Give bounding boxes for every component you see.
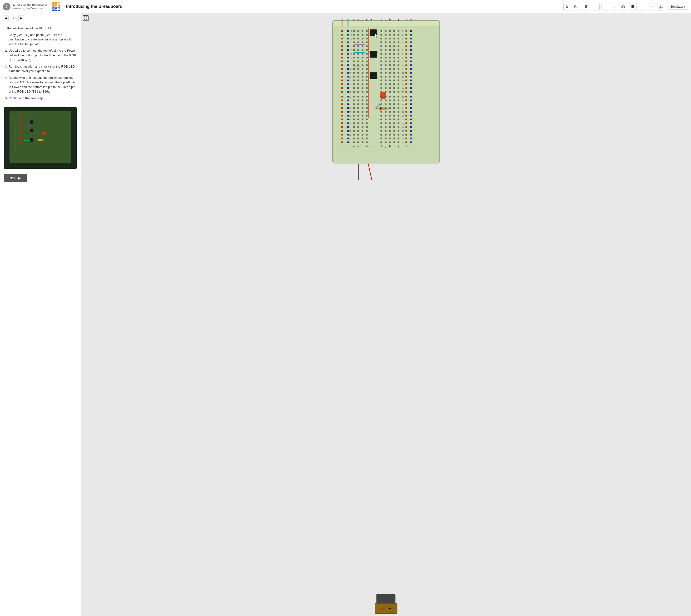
svg-point-374: [393, 83, 395, 85]
svg-point-268: [366, 111, 368, 113]
svg-point-527: [405, 91, 407, 93]
svg-point-358: [389, 72, 391, 74]
svg-point-398: [389, 103, 391, 105]
back-button[interactable]: ←: [592, 3, 600, 10]
svg-point-262: [357, 107, 359, 109]
svg-text:29: 29: [348, 137, 351, 140]
svg-point-455: [341, 45, 343, 47]
next-button[interactable]: Next ▶: [4, 174, 27, 182]
svg-point-21: [30, 121, 33, 124]
svg-text:+: +: [341, 145, 343, 148]
svg-point-288: [366, 130, 368, 132]
svg-point-182: [357, 30, 359, 32]
svg-point-510: [347, 141, 349, 143]
svg-point-340: [397, 57, 400, 59]
svg-text:i: i: [394, 145, 394, 148]
svg-point-319: [393, 41, 395, 43]
prev-page-button[interactable]: ◀: [3, 15, 8, 21]
copy-button[interactable]: ⧉: [563, 3, 570, 10]
svg-point-333: [389, 53, 391, 55]
svg-point-548: [410, 57, 412, 59]
svg-point-239: [362, 83, 364, 85]
svg-point-414: [393, 115, 395, 116]
svg-point-187: [362, 34, 364, 36]
svg-point-384: [393, 91, 395, 93]
svg-text:1: 1: [402, 30, 403, 32]
svg-point-460: [341, 64, 343, 66]
svg-point-445: [397, 137, 400, 139]
simulator-button[interactable]: Simulator t: [667, 4, 688, 9]
svg-point-409: [393, 111, 395, 113]
svg-point-416: [380, 118, 382, 120]
svg-point-550: [410, 64, 412, 66]
svg-point-542: [410, 34, 412, 36]
svg-point-196: [366, 41, 368, 43]
svg-point-214: [357, 61, 359, 62]
svg-text:e: e: [370, 18, 372, 21]
step-3: Run the simulation and check that the RG…: [8, 64, 77, 73]
svg-point-299: [362, 141, 364, 143]
undo-button[interactable]: ↩: [648, 3, 655, 10]
svg-line-585: [368, 164, 372, 180]
svg-point-330: [397, 49, 400, 51]
svg-point-469: [341, 100, 343, 101]
svg-point-217: [353, 64, 355, 66]
svg-point-504: [347, 118, 349, 120]
delete-button[interactable]: [582, 3, 590, 10]
svg-point-6: [622, 6, 624, 8]
expand-icon[interactable]: [83, 15, 89, 21]
svg-point-238: [357, 83, 359, 85]
svg-text:h: h: [389, 18, 390, 21]
svg-point-227: [362, 72, 364, 74]
svg-point-437: [385, 134, 387, 136]
svg-point-184: [366, 30, 368, 32]
svg-point-224: [366, 68, 368, 70]
forward-button[interactable]: →: [602, 3, 609, 10]
camera-button[interactable]: [619, 3, 627, 10]
svg-point-260: [366, 103, 368, 105]
svg-point-554: [410, 80, 412, 81]
svg-point-249: [353, 96, 355, 97]
svg-point-300: [366, 141, 368, 143]
paste-button[interactable]: [572, 3, 580, 10]
svg-point-406: [380, 111, 382, 113]
svg-point-347: [385, 64, 387, 66]
svg-point-189: [353, 38, 355, 40]
svg-point-325: [397, 45, 400, 47]
svg-point-312: [385, 38, 387, 40]
svg-point-254: [357, 100, 359, 101]
svg-text:2: 2: [351, 34, 352, 36]
svg-point-350: [397, 64, 400, 66]
svg-text:−: −: [410, 145, 412, 148]
svg-point-41: [18, 142, 19, 143]
svg-point-248: [366, 91, 368, 93]
svg-point-440: [397, 134, 400, 136]
svg-text:a b c d e: a b c d e: [21, 113, 28, 114]
svg-point-497: [347, 91, 349, 93]
svg-point-245: [353, 91, 355, 93]
top-bar: Introducing the Breadboard Introducing t…: [0, 0, 691, 13]
svg-point-552: [410, 72, 412, 74]
svg-point-453: [341, 38, 343, 40]
svg-point-195: [362, 41, 364, 43]
svg-point-220: [366, 64, 368, 66]
svg-text:11: 11: [348, 68, 351, 70]
svg-point-191: [362, 38, 364, 40]
svg-point-415: [397, 115, 400, 116]
svg-point-462: [341, 72, 343, 74]
svg-point-474: [341, 118, 343, 120]
line-tool[interactable]: —: [639, 3, 646, 10]
svg-point-30: [18, 116, 19, 117]
next-page-button[interactable]: ▶: [18, 15, 24, 21]
svg-point-23: [30, 129, 33, 132]
svg-point-95: [372, 53, 375, 56]
svg-text:19: 19: [14, 149, 16, 150]
svg-text:28: 28: [402, 134, 405, 136]
list-button[interactable]: ≡: [611, 3, 617, 10]
svg-point-259: [362, 103, 364, 105]
svg-point-48: [18, 158, 19, 159]
stop-button[interactable]: [629, 3, 637, 10]
svg-point-193: [353, 41, 355, 43]
svg-text:21: 21: [348, 107, 351, 109]
grid-button[interactable]: [657, 3, 665, 10]
